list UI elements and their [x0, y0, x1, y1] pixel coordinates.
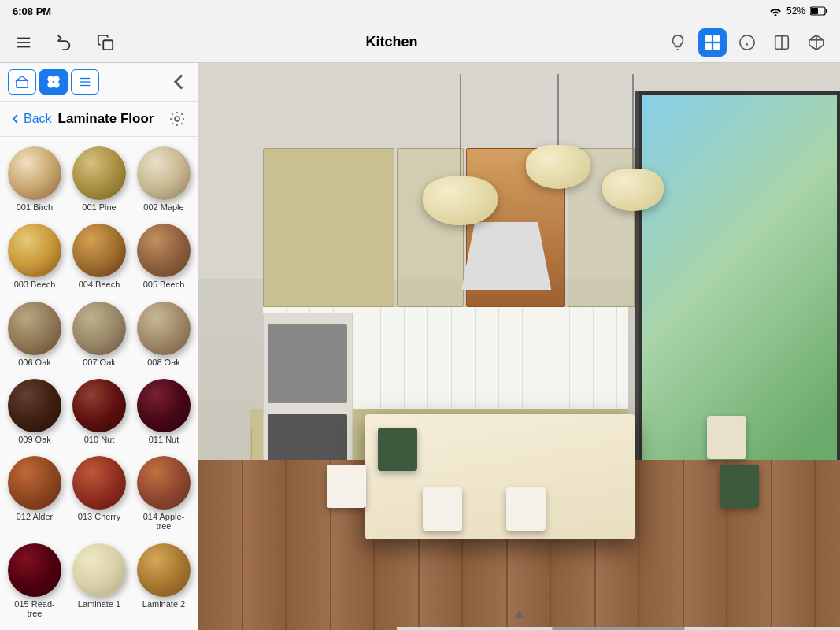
material-label-009-oak: 009 Oak [18, 435, 51, 444]
ar-icon [808, 34, 825, 51]
toolbar-right [664, 28, 831, 57]
status-icons: 52% [769, 6, 827, 17]
material-sphere-011-nut [137, 379, 191, 432]
lightbulb-icon [669, 34, 686, 51]
material-item-014-apple[interactable]: 014 Apple-tree [134, 453, 194, 536]
material-label-003-beech: 003 Beech [14, 280, 56, 289]
material-grid: 001 Birch001 Pine002 Maple003 Beech004 B… [0, 137, 198, 630]
copy-icon [97, 34, 114, 51]
battery-icon [810, 6, 827, 16]
scroll-thumb[interactable] [552, 627, 685, 630]
material-sphere-lam2 [137, 543, 191, 597]
scroll-up-indicator[interactable]: ▲ [513, 606, 527, 622]
material-item-001-birch[interactable]: 001 Birch [5, 143, 65, 217]
pendant-wire-3 [632, 74, 634, 169]
material-sphere-lam1 [72, 543, 126, 597]
undo-button[interactable] [50, 28, 79, 57]
cabinet-seg-1 [263, 148, 395, 307]
menu-icon [15, 34, 32, 51]
settings-button[interactable] [166, 108, 188, 130]
material-label-lam1: Laminate 1 [78, 599, 120, 609]
material-item-011-nut[interactable]: 011 Nut [134, 376, 194, 450]
materials-icon [46, 75, 61, 89]
back-chevron-icon [9, 113, 22, 125]
material-sphere-012-alder [8, 456, 61, 510]
ar-button[interactable] [802, 28, 831, 57]
material-item-001-pine[interactable]: 001 Pine [69, 143, 129, 217]
scene-area: ▲ [198, 63, 840, 630]
toolbar-left [9, 28, 120, 57]
collapse-button[interactable] [168, 71, 190, 93]
material-sphere-015-read [8, 543, 61, 597]
battery-text: 52% [786, 6, 805, 17]
material-sphere-013-cherry [72, 456, 126, 510]
svg-rect-8 [706, 43, 711, 48]
material-item-005-beech[interactable]: 005 Beech [134, 220, 194, 295]
material-item-008-oak[interactable]: 008 Oak [134, 298, 194, 372]
pendant-shade-1 [423, 176, 498, 225]
material-sphere-008-oak [137, 302, 191, 355]
library-button[interactable] [698, 28, 727, 57]
pendant-light-3 [602, 74, 664, 211]
tab-materials[interactable] [39, 69, 68, 94]
material-label-001-birch: 001 Birch [17, 202, 53, 212]
pendant-shade-2 [526, 145, 590, 189]
toolbar: Kitchen [0, 22, 840, 63]
material-item-015-read[interactable]: 015 Read-tree [5, 540, 65, 624]
list-icon [78, 75, 92, 89]
material-item-004-beech[interactable]: 004 Beech [69, 220, 129, 295]
info-icon [738, 34, 756, 51]
range-hood [461, 222, 551, 290]
section-title: Laminate Floor [58, 111, 166, 127]
material-item-013-cherry[interactable]: 013 Cherry [69, 453, 129, 536]
material-item-lam1[interactable]: Laminate 1 [69, 540, 129, 624]
material-label-006-oak: 006 Oak [18, 358, 51, 367]
material-item-lam2[interactable]: Laminate 2 [134, 540, 194, 624]
svg-rect-1 [811, 8, 818, 14]
menu-button[interactable] [9, 28, 38, 57]
gear-icon [169, 111, 185, 127]
material-label-007-oak: 007 Oak [83, 358, 116, 367]
pendant-light-2 [526, 74, 590, 189]
pendant-shade-3 [602, 169, 664, 211]
material-label-015-read: 015 Read-tree [8, 599, 61, 618]
material-item-012-alder[interactable]: 012 Alder [5, 453, 65, 536]
tab-catalog[interactable] [8, 69, 36, 94]
material-item-003-beech[interactable]: 003 Beech [5, 220, 65, 295]
material-item-006-oak[interactable]: 006 Oak [5, 298, 65, 372]
info-button[interactable] [733, 28, 761, 57]
svg-point-19 [48, 76, 54, 82]
material-item-007-oak[interactable]: 007 Oak [69, 298, 129, 372]
svg-rect-9 [714, 43, 719, 48]
back-header: Back Laminate Floor [0, 102, 198, 137]
svg-point-26 [175, 117, 179, 121]
material-label-010-nut: 010 Nut [84, 435, 115, 444]
material-label-002-maple: 002 Maple [143, 202, 183, 212]
status-bar: 6:08 PM 52% [0, 0, 840, 22]
svg-point-21 [48, 82, 54, 87]
bottom-scrollbar[interactable] [397, 627, 840, 630]
chair-cream-back-right [707, 416, 750, 471]
material-label-012-alder: 012 Alder [17, 512, 53, 521]
split-button[interactable] [768, 28, 796, 57]
material-sphere-003-beech [8, 224, 61, 277]
library-icon [704, 34, 721, 51]
left-panel: Back Laminate Floor 001 Birch001 Pine002… [0, 63, 198, 630]
material-sphere-002-maple [137, 146, 191, 200]
material-item-010-nut[interactable]: 010 Nut [69, 376, 129, 450]
back-button[interactable]: Back [9, 112, 52, 126]
material-item-002-maple[interactable]: 002 Maple [134, 143, 194, 217]
pendant-wire-1 [460, 74, 461, 176]
lightbulb-button[interactable] [664, 28, 692, 57]
wifi-icon [769, 6, 782, 16]
chair-green-right [720, 465, 763, 528]
chair-white-front-2 [506, 487, 550, 550]
tab-list[interactable] [71, 69, 99, 94]
kitchen-scene: ▲ [198, 63, 840, 630]
material-label-013-cherry: 013 Cherry [78, 512, 120, 521]
material-sphere-001-birch [8, 146, 61, 200]
svg-rect-7 [714, 35, 719, 40]
chair-white-left [327, 465, 370, 528]
material-item-009-oak[interactable]: 009 Oak [5, 376, 65, 450]
copy-button[interactable] [91, 28, 120, 57]
